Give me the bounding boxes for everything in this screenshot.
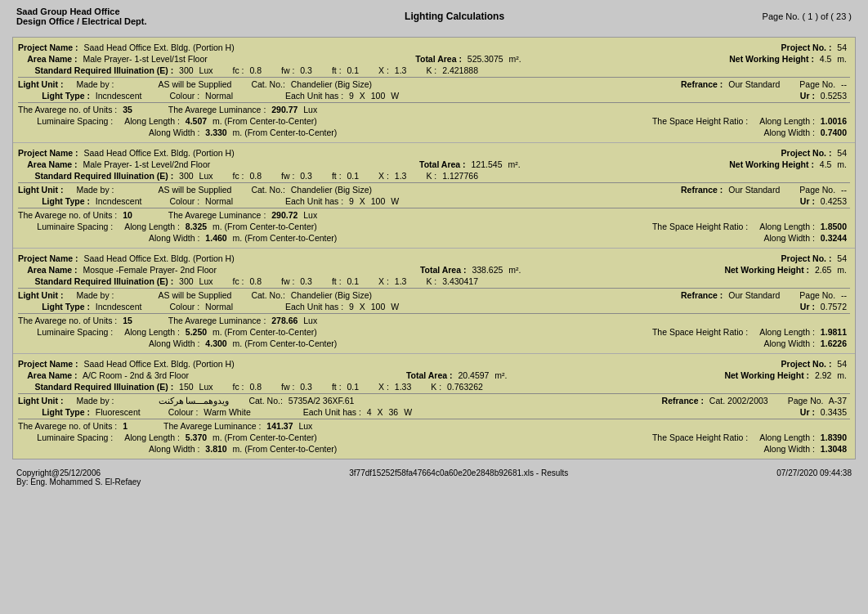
shr-label: The Space Height Ratio : (652, 222, 748, 231)
total-area-unit: m². (505, 159, 520, 169)
net-working-height-label: Net Working Height : (729, 159, 814, 169)
std-req-value: 150 (177, 382, 193, 392)
area-name-value: A/C Room - 2nd & 3rd Floor (81, 370, 189, 380)
along-width-label: Along Width : (149, 233, 199, 243)
project-name-label: Project Name : (18, 253, 78, 263)
shr-along-length-label: Along Length : (759, 432, 815, 442)
as-supplied: AS will be Supplied (159, 79, 232, 89)
avg-row: The Avarege no. of Units : 15 The Avareg… (18, 316, 850, 325)
as-supplied: AS will be Supplied (159, 290, 232, 300)
fw-value: 0.3 (298, 382, 312, 392)
along-length-unit: m. (From Center-to-Center) (210, 432, 317, 442)
avg-no-units-value: 1 (120, 421, 128, 431)
area-name-label: Area Name : (18, 54, 78, 64)
light-type-value: Fluorescent (93, 407, 141, 417)
project-no-label: Project No. : (781, 43, 832, 52)
net-working-height-unit: m. (834, 370, 847, 380)
net-working-height-unit: m. (834, 265, 847, 275)
total-area-value: 20.4597 (456, 370, 490, 380)
std-req-label: Standard Required Illuination (E) : (18, 171, 173, 181)
k-label: K : (426, 276, 436, 286)
std-req-unit: Lux (197, 65, 213, 75)
shr-along-width-label: Along Width : (764, 444, 815, 454)
avg-luminance-label: The Avarege Luminance : (163, 421, 261, 431)
area-info-row: Area Name : Male Prayer- 1-st Level/1st … (18, 54, 850, 64)
project-name-value: Saad Head Office Ext. Bldg. (Portion H) (82, 253, 235, 263)
std-req-value: 300 (177, 276, 193, 286)
colour-label: Colour : (169, 196, 199, 206)
avg-luminance-value: 290.72 (269, 210, 298, 220)
avg-no-units-value: 35 (120, 105, 132, 114)
light-type-row: Light Type : Incndescent Colour : Normal… (18, 196, 850, 206)
net-working-height-label: Net Working Height : (729, 54, 814, 64)
section-s3: Project Name : Saad Head Office Ext. Bld… (13, 249, 855, 354)
ur-value: 0.5253 (818, 91, 847, 101)
avg-luminance-unit: Lux (301, 105, 317, 114)
std-req-row: Standard Required Illuination (E) : 300 … (18, 276, 850, 286)
ur-value: 0.4253 (818, 196, 847, 206)
along-length-label: Along Length : (124, 327, 180, 337)
std-req-value: 300 (177, 171, 193, 181)
along-length-label: Along Length : (124, 432, 180, 442)
each-unit-val1: 9 (347, 196, 354, 206)
fc-label: fc : (232, 382, 244, 392)
colour-value: Warm White (201, 407, 250, 417)
total-area-label: Total Area : (420, 265, 467, 275)
ur-label: Ur : (800, 91, 815, 101)
light-unit-label: Light Unit : (18, 396, 63, 406)
section-s2: Project Name : Saad Head Office Ext. Bld… (13, 143, 855, 249)
k-value: 3.430417 (440, 276, 478, 286)
net-working-height-unit: m. (834, 54, 847, 64)
page-no-value: -- (839, 290, 847, 300)
net-working-height-value: 2.65 (812, 265, 831, 275)
avg-luminance-label: The Avarege Luminance : (168, 105, 266, 114)
avg-luminance-unit: Lux (297, 421, 313, 431)
shr-along-length-value: 1.9811 (818, 327, 847, 337)
page-wrapper: Saad Group Head Office Design Office / E… (0, 0, 868, 614)
along-width-unit: m. (From Center-to-Center) (230, 128, 338, 137)
each-unit-unit: W (388, 302, 399, 311)
refrance-label: Refrance : (681, 290, 723, 300)
each-unit-label: Each Unit has : (285, 91, 343, 101)
lum-spacing-label: Luminaire Spacing : (18, 327, 113, 337)
spacing-row2: Along Width : 4.300 m. (From Center-to-C… (18, 338, 850, 348)
project-info-row: Project Name : Saad Head Office Ext. Bld… (18, 253, 850, 263)
light-type-row: Light Type : Incndescent Colour : Normal… (18, 91, 850, 101)
as-supplied: ويدوهمـــسا هركنت (159, 396, 230, 406)
spacing-row2: Along Width : 1.460 m. (From Center-to-C… (18, 233, 850, 243)
avg-luminance-value: 290.77 (269, 105, 298, 114)
each-unit-val1: 9 (347, 91, 354, 101)
project-name-label: Project Name : (18, 359, 78, 369)
x-value: 1.3 (392, 276, 407, 286)
shr-along-length-value: 1.8500 (818, 222, 847, 231)
light-type-label: Light Type : (18, 302, 90, 311)
spacing-row1: Luminaire Spacing : Along Length : 8.325… (18, 222, 850, 231)
fw-label: fw : (281, 382, 294, 392)
avg-luminance-unit: Lux (301, 210, 317, 220)
along-width-label: Along Width : (149, 128, 199, 137)
fw-label: fw : (281, 171, 294, 181)
fc-label: fc : (232, 171, 244, 181)
total-area-label: Total Area : (415, 54, 462, 64)
std-req-label: Standard Required Illuination (E) : (18, 382, 173, 392)
light-type-row: Light Type : Incndescent Colour : Normal… (18, 302, 850, 311)
company-line2: Design Office / Electrical Dept. (16, 16, 147, 26)
total-area-value: 525.3075 (465, 54, 503, 64)
made-by-label: Made by : (76, 185, 114, 195)
lum-spacing-label: Luminaire Spacing : (18, 222, 113, 231)
shr-along-width-label: Along Width : (764, 128, 815, 137)
x-label: X : (378, 276, 389, 286)
section-s4: Project Name : Saad Head Office Ext. Bld… (13, 354, 855, 459)
page-no-label: Page No. (788, 396, 824, 406)
avg-luminance-label: The Avarege Luminance : (168, 210, 266, 220)
area-name-value: Male Prayer- 1-st Level/1st Floor (81, 54, 208, 64)
x-label: X : (378, 171, 389, 181)
each-unit-x: X (357, 196, 365, 206)
net-working-height-value: 4.5 (817, 159, 832, 169)
shr-label: The Space Height Ratio : (652, 327, 748, 337)
project-info-row: Project Name : Saad Head Office Ext. Bld… (18, 148, 850, 158)
project-no-label: Project No. : (781, 359, 832, 369)
cat-no-value: Chandelier (Big Size) (289, 290, 372, 300)
net-working-height-label: Net Working Height : (724, 265, 809, 275)
shr-along-length-label: Along Length : (759, 327, 815, 337)
